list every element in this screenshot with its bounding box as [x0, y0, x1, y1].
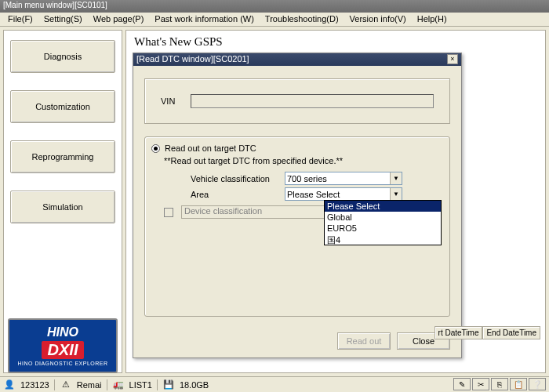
status-list: LIST1 — [129, 380, 152, 390]
vehicle-classification-select[interactable]: 700 series ▼ — [285, 172, 402, 185]
dialog-titlebar: [Read DTC window][SC0201] × — [133, 53, 461, 66]
area-option[interactable]: Please Select — [325, 201, 441, 212]
help-icon[interactable]: ❔ — [529, 378, 546, 390]
area-label: Area — [191, 190, 285, 199]
status-remain: Remai — [77, 380, 102, 390]
logo-dx: DXII — [42, 341, 85, 359]
menu-version[interactable]: Version info(V) — [345, 14, 411, 24]
vin-label: VIN — [161, 96, 175, 106]
logo-subtitle: HINO DIAGNOSTIC EXPLORER — [17, 361, 107, 366]
menu-setting[interactable]: Setting(S) — [39, 14, 87, 24]
target-dtc-radio-label: Read out on target DTC — [165, 143, 256, 153]
menubar: File(F) Setting(S) Web page(P) Past work… — [0, 13, 549, 27]
dialog-close-icon[interactable]: × — [447, 54, 458, 64]
area-option[interactable]: EURO5 — [325, 223, 441, 234]
edit-toolbar: ✎ ✂ ⎘ 📋 ❔ — [453, 378, 546, 390]
area-value: Please Select — [287, 190, 340, 199]
menu-webpage[interactable]: Web page(P) — [89, 14, 149, 24]
readout-button: Read out — [337, 332, 391, 350]
user-icon: 👤 — [3, 379, 16, 390]
column-start-datetime[interactable]: rt DateTime — [434, 326, 483, 339]
sidebar-customization-button[interactable]: Customization — [10, 90, 115, 123]
vin-input[interactable] — [191, 94, 434, 108]
disk-icon: 💾 — [162, 379, 175, 390]
page-title: What's New GSPS — [126, 31, 545, 53]
area-dropdown-list: Please Select Global EURO5 国4 — [324, 200, 442, 245]
vin-panel: VIN — [144, 78, 450, 124]
target-dtc-radio[interactable] — [151, 144, 160, 153]
dialog-title-text: [Read DTC window][SC0201] — [136, 54, 249, 65]
grid-header-row: rt DateTime End DateTime — [434, 326, 540, 339]
menu-troubleshooting[interactable]: Troubleshooting(D) — [260, 14, 344, 24]
column-end-datetime[interactable]: End DateTime — [482, 326, 540, 339]
area-option[interactable]: Global — [325, 212, 441, 223]
pencil-icon[interactable]: ✎ — [453, 378, 471, 390]
hino-logo: HINO DXII HINO DIAGNOSTIC EXPLORER — [8, 318, 118, 373]
menu-pastwork[interactable]: Past work information (W) — [150, 14, 259, 24]
area-option[interactable]: 国4 — [325, 234, 441, 245]
area-select[interactable]: Please Select ▼ — [285, 187, 402, 201]
logo-brand: HINO — [47, 325, 78, 339]
main-content: What's New GSPS [Read DTC window][SC0201… — [125, 30, 546, 373]
copy-icon[interactable]: ⎘ — [491, 378, 508, 390]
status-disk: 18.0GB — [180, 380, 209, 390]
readout-group: Read out on target DTC **Read out target… — [144, 136, 450, 317]
read-dtc-dialog: [Read DTC window][SC0201] × VIN Read out… — [133, 53, 462, 358]
chevron-down-icon: ▼ — [390, 188, 402, 200]
menu-help[interactable]: Help(H) — [413, 14, 452, 24]
vehicle-classification-value: 700 series — [287, 174, 327, 183]
window-titlebar: [Main menu window][SC0101] — [0, 0, 549, 13]
sidebar-reprogramming-button[interactable]: Reprogramming — [10, 140, 115, 173]
vehicle-classification-label: Vehicle classification — [191, 174, 285, 183]
chevron-down-icon: ▼ — [390, 172, 402, 184]
device-classification-checkbox[interactable] — [164, 208, 173, 217]
sidebar-diagnosis-button[interactable]: Diagnosis — [10, 40, 115, 73]
truck-icon: 🚛 — [112, 379, 125, 390]
statusbar: 👤 123123 ⚠ Remai 🚛 LIST1 💾 18.0GB ✎ ✂ ⎘ … — [0, 376, 549, 392]
readout-subhead: **Read out target DTC from specified dev… — [164, 156, 443, 165]
warning-icon: ⚠ — [60, 379, 72, 390]
paste-icon[interactable]: 📋 — [510, 378, 527, 390]
cut-icon[interactable]: ✂ — [472, 378, 489, 390]
status-user: 123123 — [20, 380, 49, 390]
menu-file[interactable]: File(F) — [3, 14, 38, 24]
sidebar-simulation-button[interactable]: Simulation — [10, 191, 115, 223]
